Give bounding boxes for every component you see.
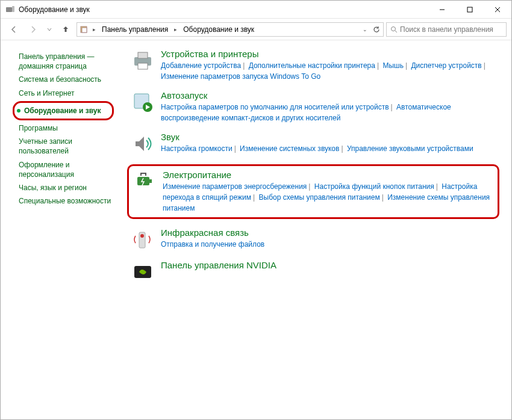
infrared-icon bbox=[131, 227, 155, 252]
breadcrumb-root[interactable]: Панель управления bbox=[99, 25, 170, 34]
search-placeholder: Поиск в панели управления bbox=[400, 25, 493, 34]
category-links: Отправка и получение файлов bbox=[161, 239, 502, 250]
sidebar-item-programs[interactable]: Программы bbox=[13, 122, 114, 135]
autoplay-icon bbox=[131, 90, 155, 114]
category-links: Настройка параметров по умолчанию для но… bbox=[161, 102, 502, 123]
category-title[interactable]: Панель управления NVIDIA bbox=[161, 260, 502, 270]
content: Устройства и принтеры Добавление устройс… bbox=[121, 40, 511, 419]
titlebar: Оборудование и звук bbox=[1, 1, 511, 19]
category-title[interactable]: Электропитание bbox=[163, 170, 494, 180]
address-bar[interactable]: ▸ Панель управления ▸ Оборудование и зву… bbox=[76, 22, 384, 37]
svg-rect-11 bbox=[138, 52, 148, 58]
window-title: Оборудование и звук bbox=[19, 5, 90, 14]
link[interactable]: Изменение параметров запуска Windows To … bbox=[161, 72, 320, 81]
sidebar-item-home[interactable]: Панель управления — домашняя страница bbox=[13, 50, 114, 73]
speaker-icon bbox=[131, 132, 155, 156]
chevron-down-icon[interactable]: ⌄ bbox=[363, 26, 367, 32]
search-input[interactable]: Поиск в панели управления bbox=[386, 22, 507, 37]
window-controls bbox=[428, 1, 511, 18]
sidebar-item-appearance[interactable]: Оформление и персонализация bbox=[13, 158, 114, 181]
chevron-right-icon[interactable]: ▸ bbox=[173, 26, 178, 32]
category-links: Настройка громкости| Изменение системных… bbox=[161, 143, 502, 154]
svg-rect-0 bbox=[6, 7, 12, 12]
category-links: Добавление устройства| Дополнительные на… bbox=[161, 60, 502, 82]
forward-button[interactable] bbox=[25, 21, 42, 38]
sidebar-item-ease[interactable]: Специальные возможности bbox=[13, 194, 114, 208]
up-button[interactable] bbox=[57, 21, 74, 38]
svg-point-8 bbox=[392, 26, 396, 31]
back-button[interactable] bbox=[5, 21, 22, 38]
svg-rect-7 bbox=[82, 28, 87, 32]
recent-dropdown[interactable] bbox=[44, 21, 55, 38]
link[interactable]: Изменение параметров энергосбережения bbox=[163, 182, 307, 191]
sidebar-item-system[interactable]: Система и безопасность bbox=[13, 73, 114, 86]
refresh-icon[interactable] bbox=[372, 25, 381, 34]
link[interactable]: Отправка и получение файлов bbox=[161, 240, 264, 249]
maximize-button[interactable] bbox=[456, 1, 484, 18]
category-title[interactable]: Устройства и принтеры bbox=[161, 49, 502, 59]
address-row: ▸ Панель управления ▸ Оборудование и зву… bbox=[1, 19, 511, 40]
link[interactable]: Мышь bbox=[382, 61, 404, 70]
link[interactable]: Изменение системных звуков bbox=[240, 144, 339, 153]
link[interactable]: Настройка громкости bbox=[161, 144, 233, 153]
link[interactable]: Настройка функций кнопок питания bbox=[314, 182, 434, 191]
location-icon bbox=[80, 25, 89, 34]
category-sound: Звук Настройка громкости| Изменение сист… bbox=[131, 132, 502, 156]
minimize-button[interactable] bbox=[428, 1, 456, 18]
category-infrared: Инфракрасная связь Отправка и получение … bbox=[131, 227, 502, 252]
app-icon bbox=[5, 5, 15, 14]
category-autoplay: Автозапуск Настройка параметров по умолч… bbox=[131, 90, 502, 123]
svg-rect-1 bbox=[12, 6, 14, 12]
link[interactable]: Диспетчер устройств bbox=[411, 61, 481, 70]
link[interactable]: Настройка параметров по умолчанию для но… bbox=[161, 103, 389, 111]
link[interactable]: Выбор схемы управления питанием bbox=[259, 193, 380, 202]
link[interactable]: Управление звуковыми устройствами bbox=[347, 144, 473, 153]
category-power-highlighted: Электропитание Изменение параметров энер… bbox=[127, 164, 499, 219]
sidebar-item-hardware[interactable]: Оборудование и звук bbox=[24, 104, 101, 117]
sidebar-item-hardware-highlighted: Оборудование и звук bbox=[13, 101, 114, 120]
bullet-icon bbox=[17, 109, 20, 113]
svg-rect-12 bbox=[138, 63, 148, 69]
window: Оборудование и звук bbox=[0, 0, 512, 420]
link[interactable]: Добавление устройства bbox=[161, 61, 241, 70]
link[interactable]: Дополнительные настройки принтера bbox=[249, 61, 375, 70]
body: Панель управления — домашняя страница Си… bbox=[1, 40, 511, 419]
chevron-right-icon[interactable]: ▸ bbox=[92, 26, 97, 32]
svg-line-9 bbox=[395, 31, 397, 32]
sidebar-item-network[interactable]: Сеть и Интернет bbox=[13, 87, 114, 100]
category-title[interactable]: Инфракрасная связь bbox=[161, 227, 502, 238]
printer-icon bbox=[131, 49, 155, 73]
category-nvidia: Панель управления NVIDIA bbox=[131, 260, 502, 284]
breadcrumb-current[interactable]: Оборудование и звук bbox=[181, 25, 257, 34]
sidebar-item-accounts[interactable]: Учетные записи пользователей bbox=[13, 135, 114, 158]
sidebar-item-clock[interactable]: Часы, язык и регион bbox=[13, 181, 114, 194]
category-title[interactable]: Звук bbox=[161, 132, 502, 142]
category-devices: Устройства и принтеры Добавление устройс… bbox=[131, 49, 502, 82]
svg-rect-3 bbox=[467, 7, 472, 12]
category-links: Изменение параметров энергосбережения| Н… bbox=[163, 181, 494, 214]
nvidia-icon bbox=[131, 260, 155, 284]
category-title[interactable]: Автозапуск bbox=[161, 90, 502, 100]
close-button[interactable] bbox=[484, 1, 511, 18]
battery-icon bbox=[133, 170, 157, 194]
sidebar: Панель управления — домашняя страница Си… bbox=[1, 40, 121, 419]
svg-point-18 bbox=[140, 234, 144, 238]
svg-rect-16 bbox=[149, 179, 152, 183]
search-icon bbox=[390, 26, 398, 33]
